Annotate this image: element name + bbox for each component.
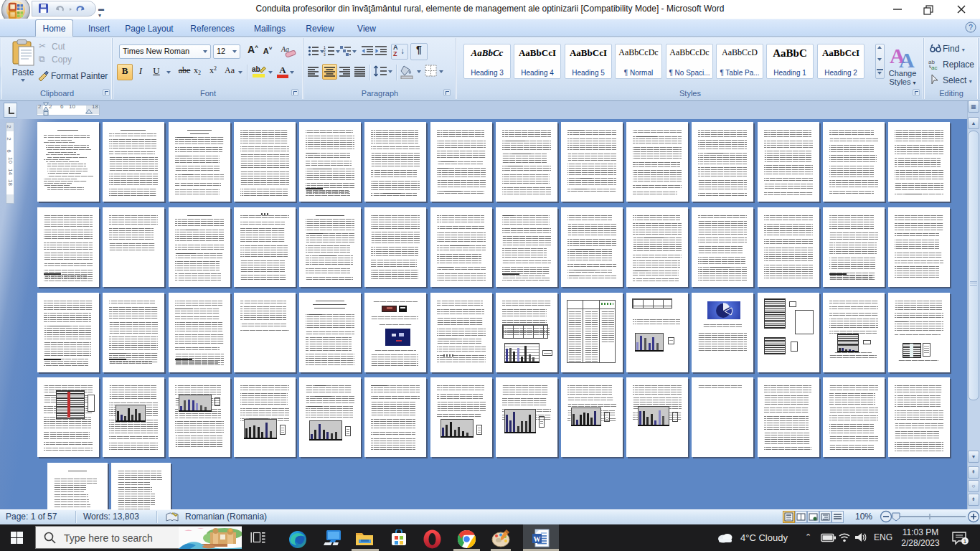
svg-text:Aa: Aa	[281, 45, 289, 53]
svg-text:ab: ab	[252, 65, 260, 73]
svg-text:1: 1	[963, 538, 967, 545]
svg-text:?: ?	[969, 24, 973, 32]
svg-text:W: W	[534, 535, 541, 543]
svg-text:A: A	[899, 48, 915, 69]
svg-text:3: 3	[324, 52, 326, 57]
svg-text:ac: ac	[931, 65, 937, 70]
